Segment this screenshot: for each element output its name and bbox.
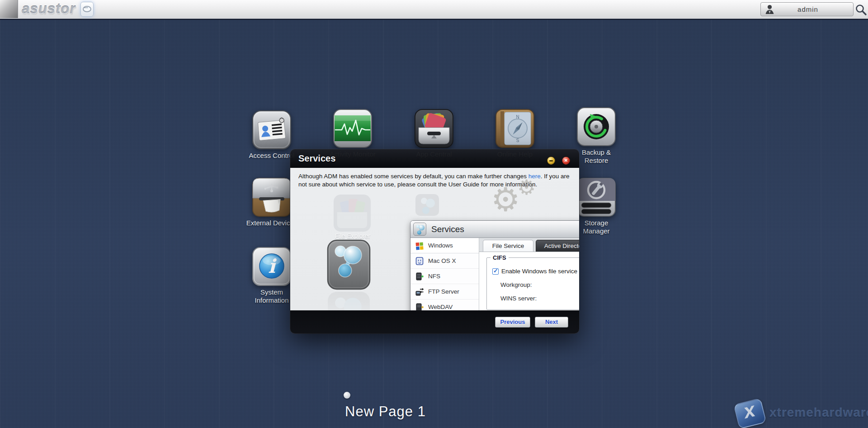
app-system-information[interactable]: i System Information — [252, 247, 292, 288]
services-tabs: File Service Active Directory — [479, 240, 579, 252]
app-app-central[interactable]: App Central — [414, 109, 454, 150]
dialog-titlebar: Services — [290, 149, 579, 168]
notification-chat-button[interactable] — [80, 2, 94, 17]
access-control-icon — [252, 110, 292, 150]
page-indicator-dot[interactable] — [344, 392, 350, 399]
app-activity-monitor[interactable]: Activity Monitor — [333, 109, 373, 150]
svg-text:N: N — [516, 114, 519, 119]
sidebar-item-nfs[interactable]: NFS — [410, 269, 479, 284]
services-logo — [327, 239, 371, 290]
app-label: System Information — [246, 288, 297, 304]
backup-restore-icon — [576, 107, 616, 147]
workgroup-label: Workgroup: — [500, 281, 532, 288]
app-online-help[interactable]: N S Online Help — [495, 109, 535, 150]
services-sidebar: Windows Mac OS X — [410, 238, 479, 310]
cifs-fieldset: CIFS Enable Windows file service Workgro… — [486, 257, 579, 310]
settings-gears-ghost-icon: ⚙⚙ — [491, 181, 520, 219]
checkbox-label: Enable Windows file service — [501, 268, 577, 275]
sidebar-item-windows[interactable]: Windows — [410, 238, 479, 253]
next-button[interactable]: Next — [535, 317, 568, 328]
services-logo-reflection — [327, 291, 371, 310]
sidebar-item-label: Windows — [428, 242, 453, 249]
previous-button[interactable]: Previous — [495, 317, 530, 328]
services-window-icon — [413, 223, 426, 236]
corner-tab — [0, 0, 18, 18]
file-explorer-ghost-label: File Explorer — [326, 233, 380, 240]
description-text: Although ADM has enabled some services b… — [298, 173, 528, 180]
dialog-body: Although ADM has enabled some services b… — [290, 168, 579, 310]
services-window-title: Services — [431, 221, 464, 238]
tab-active-directory[interactable]: Active Directory — [536, 240, 579, 252]
watermark-text: xtremehardware.it — [769, 405, 868, 420]
online-help-icon: N S — [495, 109, 535, 148]
sidebar-item-label: FTP Server — [428, 288, 459, 295]
app-central-icon — [414, 109, 454, 148]
close-icon[interactable] — [562, 157, 570, 165]
activity-monitor-icon — [333, 109, 373, 148]
app-backup-restore[interactable]: Backup & Restore — [576, 107, 616, 148]
sidebar-item-ftp-server[interactable]: FTP Server — [410, 284, 479, 300]
asustor-logo: asustor — [22, 1, 75, 17]
page-title: New Page 1 — [345, 404, 426, 420]
cifs-legend: CIFS — [491, 254, 509, 261]
mac-icon — [415, 257, 424, 266]
minimize-icon[interactable] — [547, 157, 555, 165]
chat-bubble-icon — [83, 6, 91, 12]
ftp-server-icon — [415, 287, 424, 296]
services-main-panel: File Service Active Directory CIFS Enabl… — [479, 238, 579, 310]
app-external-devices[interactable]: External Devices — [252, 177, 292, 219]
nfs-server-icon — [415, 272, 424, 281]
svg-text:S: S — [516, 138, 519, 143]
webdav-server-icon — [415, 303, 424, 311]
user-name: admin — [774, 5, 841, 13]
sidebar-item-label: NFS — [428, 273, 440, 280]
sidebar-item-label: Mac OS X — [428, 257, 456, 264]
xtremehardware-logo-icon — [733, 398, 767, 428]
user-menu-button[interactable]: admin — [760, 2, 854, 16]
sidebar-item-label: WebDAV — [428, 304, 453, 310]
file-service-panel: CIFS Enable Windows file service Workgro… — [479, 252, 579, 310]
storage-manager-icon — [576, 177, 616, 217]
services-window-titlebar: Services — [410, 221, 579, 238]
file-explorer-ghost-icon — [333, 194, 372, 233]
top-bar: asustor admin — [0, 0, 868, 19]
search-icon — [854, 3, 867, 16]
external-devices-icon — [252, 177, 292, 217]
search-button[interactable] — [854, 3, 867, 16]
windows-logo-icon — [415, 241, 424, 250]
services-wizard-dialog: Services Although ADM has enabled some s… — [290, 149, 579, 333]
system-information-icon: i — [252, 247, 292, 286]
sidebar-item-webdav[interactable]: WebDAV — [410, 300, 479, 310]
enable-windows-file-service-checkbox[interactable] — [492, 268, 499, 275]
app-access-control[interactable]: Access Control — [252, 110, 292, 152]
watermark: xtremehardware.it — [732, 400, 868, 428]
sidebar-item-mac-os-x[interactable]: Mac OS X — [410, 253, 479, 269]
services-app-window: Services Windows — [410, 220, 579, 310]
services-ghost-icon — [415, 194, 439, 216]
user-avatar-icon — [765, 4, 774, 14]
wins-server-label: WINS server: — [500, 295, 537, 302]
app-storage-manager[interactable]: Storage Manager — [576, 177, 616, 219]
dialog-title: Services — [298, 149, 335, 168]
tab-file-service[interactable]: File Service — [483, 240, 533, 252]
dialog-footer: Previous Next — [290, 310, 579, 333]
